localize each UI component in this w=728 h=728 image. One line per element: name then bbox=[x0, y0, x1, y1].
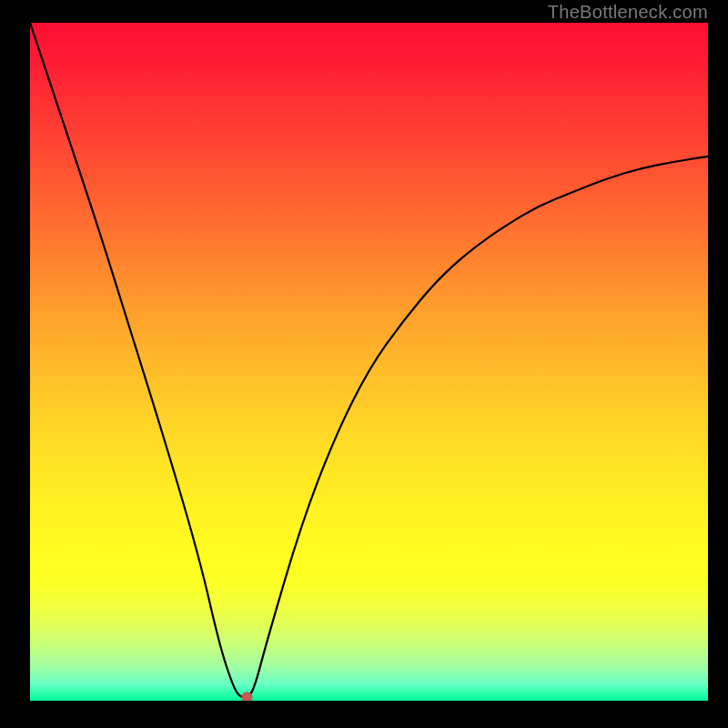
bottleneck-curve bbox=[30, 23, 708, 697]
plot-area bbox=[30, 23, 708, 701]
curve-svg bbox=[30, 23, 708, 701]
watermark-text: TheBottleneck.com bbox=[548, 2, 708, 23]
chart-container: TheBottleneck.com bbox=[0, 0, 728, 728]
